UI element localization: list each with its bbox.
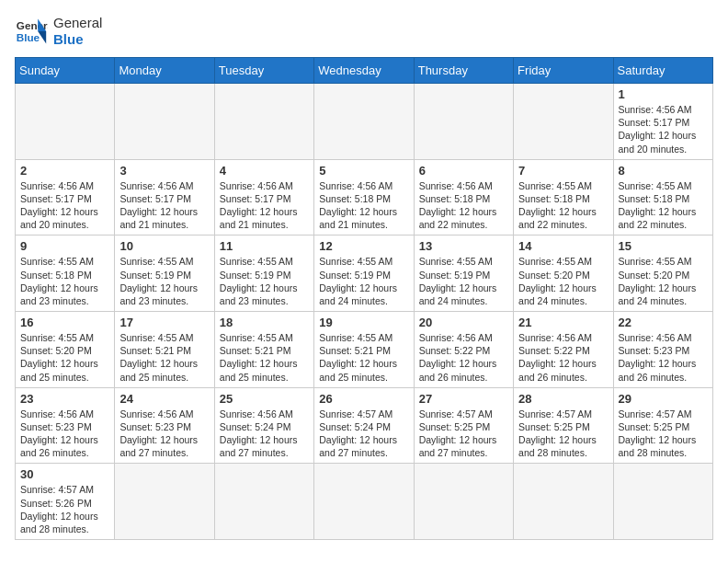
- day-number: 23: [20, 392, 109, 406]
- day-info: Sunrise: 4:56 AM Sunset: 5:17 PM Dayligh…: [20, 179, 109, 232]
- day-number: 5: [319, 164, 408, 178]
- day-info: Sunrise: 4:56 AM Sunset: 5:17 PM Dayligh…: [619, 103, 708, 155]
- calendar-week-row: 2Sunrise: 4:56 AM Sunset: 5:17 PM Daylig…: [16, 159, 713, 236]
- day-of-week-header: Monday: [115, 58, 214, 84]
- logo-icon: General Blue: [15, 15, 48, 48]
- calendar-cell: [414, 84, 513, 160]
- day-info: Sunrise: 4:55 AM Sunset: 5:18 PM Dayligh…: [518, 179, 608, 232]
- day-number: 19: [319, 316, 408, 329]
- day-info: Sunrise: 4:55 AM Sunset: 5:18 PM Dayligh…: [619, 179, 708, 232]
- calendar-week-row: 1Sunrise: 4:56 AM Sunset: 5:17 PM Daylig…: [16, 84, 713, 160]
- day-number: 4: [220, 164, 309, 178]
- day-number: 2: [20, 164, 109, 178]
- calendar-cell: 22Sunrise: 4:56 AM Sunset: 5:23 PM Dayli…: [613, 312, 712, 388]
- day-number: 22: [619, 316, 708, 329]
- day-number: 27: [419, 392, 508, 406]
- calendar-cell: 6Sunrise: 4:56 AM Sunset: 5:18 PM Daylig…: [414, 159, 513, 236]
- calendar-cell: [414, 464, 513, 540]
- day-info: Sunrise: 4:55 AM Sunset: 5:19 PM Dayligh…: [119, 255, 209, 307]
- calendar-cell: [314, 464, 414, 540]
- calendar-week-row: 9Sunrise: 4:55 AM Sunset: 5:18 PM Daylig…: [16, 236, 713, 312]
- calendar-cell: [514, 84, 613, 160]
- day-info: Sunrise: 4:55 AM Sunset: 5:20 PM Dayligh…: [619, 255, 708, 307]
- calendar-cell: 2Sunrise: 4:56 AM Sunset: 5:17 PM Daylig…: [16, 159, 115, 236]
- day-info: Sunrise: 4:55 AM Sunset: 5:20 PM Dayligh…: [20, 331, 109, 384]
- day-number: 21: [518, 316, 608, 329]
- calendar-cell: 16Sunrise: 4:55 AM Sunset: 5:20 PM Dayli…: [16, 312, 115, 388]
- calendar-cell: [214, 464, 313, 540]
- calendar-cell: 10Sunrise: 4:55 AM Sunset: 5:19 PM Dayli…: [115, 236, 214, 312]
- day-of-week-header: Tuesday: [214, 58, 313, 84]
- calendar-cell: 1Sunrise: 4:56 AM Sunset: 5:17 PM Daylig…: [613, 84, 712, 160]
- day-info: Sunrise: 4:55 AM Sunset: 5:21 PM Dayligh…: [319, 331, 408, 384]
- day-number: 9: [20, 239, 109, 253]
- day-number: 7: [518, 164, 608, 178]
- calendar-cell: 9Sunrise: 4:55 AM Sunset: 5:18 PM Daylig…: [16, 236, 115, 312]
- day-number: 29: [619, 392, 708, 406]
- calendar-cell: 30Sunrise: 4:57 AM Sunset: 5:26 PM Dayli…: [16, 464, 115, 540]
- calendar-cell: [115, 84, 214, 160]
- calendar-week-row: 30Sunrise: 4:57 AM Sunset: 5:26 PM Dayli…: [16, 464, 713, 540]
- calendar-cell: 15Sunrise: 4:55 AM Sunset: 5:20 PM Dayli…: [613, 236, 712, 312]
- day-number: 26: [319, 392, 408, 406]
- calendar-week-row: 23Sunrise: 4:56 AM Sunset: 5:23 PM Dayli…: [16, 387, 713, 464]
- day-info: Sunrise: 4:57 AM Sunset: 5:26 PM Dayligh…: [20, 483, 109, 535]
- calendar-cell: 23Sunrise: 4:56 AM Sunset: 5:23 PM Dayli…: [16, 387, 115, 464]
- calendar-cell: 27Sunrise: 4:57 AM Sunset: 5:25 PM Dayli…: [414, 387, 513, 464]
- day-number: 14: [518, 239, 608, 253]
- day-info: Sunrise: 4:57 AM Sunset: 5:25 PM Dayligh…: [419, 408, 508, 460]
- day-info: Sunrise: 4:56 AM Sunset: 5:18 PM Dayligh…: [319, 179, 408, 232]
- day-info: Sunrise: 4:55 AM Sunset: 5:21 PM Dayligh…: [220, 331, 309, 384]
- day-of-week-header: Sunday: [16, 58, 115, 84]
- day-number: 28: [518, 392, 608, 406]
- calendar-cell: 7Sunrise: 4:55 AM Sunset: 5:18 PM Daylig…: [514, 159, 613, 236]
- day-of-week-header: Thursday: [414, 58, 513, 84]
- day-number: 20: [419, 316, 508, 329]
- calendar-cell: [514, 464, 613, 540]
- calendar-cell: 29Sunrise: 4:57 AM Sunset: 5:25 PM Dayli…: [613, 387, 712, 464]
- day-number: 30: [20, 467, 109, 481]
- calendar-cell: 25Sunrise: 4:56 AM Sunset: 5:24 PM Dayli…: [214, 387, 313, 464]
- day-info: Sunrise: 4:55 AM Sunset: 5:18 PM Dayligh…: [20, 255, 109, 307]
- logo-general-text: General: [53, 15, 102, 31]
- day-info: Sunrise: 4:56 AM Sunset: 5:24 PM Dayligh…: [220, 408, 309, 460]
- day-number: 13: [419, 239, 508, 253]
- day-info: Sunrise: 4:56 AM Sunset: 5:23 PM Dayligh…: [20, 408, 109, 460]
- calendar-cell: 21Sunrise: 4:56 AM Sunset: 5:22 PM Dayli…: [514, 312, 613, 388]
- day-number: 10: [119, 239, 209, 253]
- day-number: 11: [220, 239, 309, 253]
- day-info: Sunrise: 4:56 AM Sunset: 5:18 PM Dayligh…: [419, 179, 508, 232]
- day-number: 24: [119, 392, 209, 406]
- day-info: Sunrise: 4:55 AM Sunset: 5:19 PM Dayligh…: [220, 255, 309, 307]
- calendar-cell: [613, 464, 712, 540]
- calendar-cell: [16, 84, 115, 160]
- day-info: Sunrise: 4:56 AM Sunset: 5:23 PM Dayligh…: [619, 331, 708, 384]
- calendar-cell: [314, 84, 414, 160]
- day-number: 17: [119, 316, 209, 329]
- day-info: Sunrise: 4:55 AM Sunset: 5:19 PM Dayligh…: [319, 255, 408, 307]
- calendar-cell: [115, 464, 214, 540]
- logo-blue-text: Blue: [53, 31, 102, 48]
- calendar-cell: 26Sunrise: 4:57 AM Sunset: 5:24 PM Dayli…: [314, 387, 414, 464]
- day-info: Sunrise: 4:57 AM Sunset: 5:25 PM Dayligh…: [619, 408, 708, 460]
- calendar-cell: 11Sunrise: 4:55 AM Sunset: 5:19 PM Dayli…: [214, 236, 313, 312]
- day-info: Sunrise: 4:55 AM Sunset: 5:19 PM Dayligh…: [419, 255, 508, 307]
- calendar-cell: 12Sunrise: 4:55 AM Sunset: 5:19 PM Dayli…: [314, 236, 414, 312]
- calendar-cell: 28Sunrise: 4:57 AM Sunset: 5:25 PM Dayli…: [514, 387, 613, 464]
- day-number: 15: [619, 239, 708, 253]
- svg-text:Blue: Blue: [17, 31, 40, 43]
- day-info: Sunrise: 4:56 AM Sunset: 5:22 PM Dayligh…: [518, 331, 608, 384]
- calendar-week-row: 16Sunrise: 4:55 AM Sunset: 5:20 PM Dayli…: [16, 312, 713, 388]
- logo: General Blue General Blue: [15, 15, 102, 48]
- day-of-week-header: Saturday: [613, 58, 712, 84]
- day-number: 1: [619, 87, 708, 101]
- calendar-cell: 4Sunrise: 4:56 AM Sunset: 5:17 PM Daylig…: [214, 159, 313, 236]
- day-info: Sunrise: 4:55 AM Sunset: 5:20 PM Dayligh…: [518, 255, 608, 307]
- calendar-cell: 3Sunrise: 4:56 AM Sunset: 5:17 PM Daylig…: [115, 159, 214, 236]
- day-info: Sunrise: 4:56 AM Sunset: 5:22 PM Dayligh…: [419, 331, 508, 384]
- day-of-week-header: Wednesday: [314, 58, 414, 84]
- day-of-week-header: Friday: [514, 58, 613, 84]
- calendar-cell: 20Sunrise: 4:56 AM Sunset: 5:22 PM Dayli…: [414, 312, 513, 388]
- calendar: SundayMondayTuesdayWednesdayThursdayFrid…: [15, 57, 713, 540]
- day-number: 12: [319, 239, 408, 253]
